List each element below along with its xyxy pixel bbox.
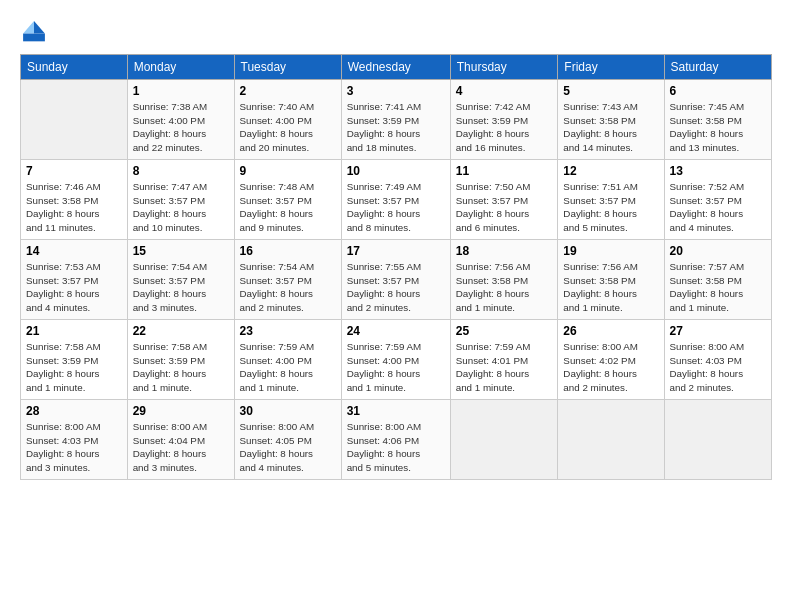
day-info: Sunrise: 7:41 AMSunset: 3:59 PMDaylight:… [347,100,445,155]
day-number: 6 [670,84,766,98]
day-info: Sunrise: 7:59 AMSunset: 4:01 PMDaylight:… [456,340,553,395]
svg-marker-0 [34,21,45,33]
calendar-cell: 1Sunrise: 7:38 AMSunset: 4:00 PMDaylight… [127,80,234,160]
day-number: 29 [133,404,229,418]
day-info: Sunrise: 7:51 AMSunset: 3:57 PMDaylight:… [563,180,658,235]
day-info: Sunrise: 7:46 AMSunset: 3:58 PMDaylight:… [26,180,122,235]
weekday-header-tuesday: Tuesday [234,55,341,80]
header [20,18,772,46]
calendar-week-row: 28Sunrise: 8:00 AMSunset: 4:03 PMDayligh… [21,400,772,480]
day-number: 7 [26,164,122,178]
day-number: 12 [563,164,658,178]
calendar-week-row: 7Sunrise: 7:46 AMSunset: 3:58 PMDaylight… [21,160,772,240]
calendar-header-row: SundayMondayTuesdayWednesdayThursdayFrid… [21,55,772,80]
day-number: 25 [456,324,553,338]
calendar-week-row: 14Sunrise: 7:53 AMSunset: 3:57 PMDayligh… [21,240,772,320]
calendar-cell: 12Sunrise: 7:51 AMSunset: 3:57 PMDayligh… [558,160,664,240]
calendar-cell: 17Sunrise: 7:55 AMSunset: 3:57 PMDayligh… [341,240,450,320]
day-number: 27 [670,324,766,338]
day-number: 26 [563,324,658,338]
calendar-cell: 2Sunrise: 7:40 AMSunset: 4:00 PMDaylight… [234,80,341,160]
calendar-cell [21,80,128,160]
calendar-cell: 9Sunrise: 7:48 AMSunset: 3:57 PMDaylight… [234,160,341,240]
calendar-cell: 30Sunrise: 8:00 AMSunset: 4:05 PMDayligh… [234,400,341,480]
day-info: Sunrise: 7:58 AMSunset: 3:59 PMDaylight:… [26,340,122,395]
day-info: Sunrise: 8:00 AMSunset: 4:05 PMDaylight:… [240,420,336,475]
day-number: 18 [456,244,553,258]
day-info: Sunrise: 7:48 AMSunset: 3:57 PMDaylight:… [240,180,336,235]
day-number: 13 [670,164,766,178]
day-number: 5 [563,84,658,98]
weekday-header-friday: Friday [558,55,664,80]
calendar-cell: 23Sunrise: 7:59 AMSunset: 4:00 PMDayligh… [234,320,341,400]
weekday-header-monday: Monday [127,55,234,80]
day-info: Sunrise: 8:00 AMSunset: 4:04 PMDaylight:… [133,420,229,475]
day-info: Sunrise: 7:58 AMSunset: 3:59 PMDaylight:… [133,340,229,395]
day-number: 28 [26,404,122,418]
day-number: 22 [133,324,229,338]
day-info: Sunrise: 7:45 AMSunset: 3:58 PMDaylight:… [670,100,766,155]
calendar-cell: 29Sunrise: 8:00 AMSunset: 4:04 PMDayligh… [127,400,234,480]
calendar-table: SundayMondayTuesdayWednesdayThursdayFrid… [20,54,772,480]
day-number: 8 [133,164,229,178]
calendar-cell: 22Sunrise: 7:58 AMSunset: 3:59 PMDayligh… [127,320,234,400]
calendar-cell: 28Sunrise: 8:00 AMSunset: 4:03 PMDayligh… [21,400,128,480]
day-info: Sunrise: 7:54 AMSunset: 3:57 PMDaylight:… [133,260,229,315]
calendar-week-row: 21Sunrise: 7:58 AMSunset: 3:59 PMDayligh… [21,320,772,400]
day-info: Sunrise: 8:00 AMSunset: 4:03 PMDaylight:… [670,340,766,395]
calendar-cell: 8Sunrise: 7:47 AMSunset: 3:57 PMDaylight… [127,160,234,240]
calendar-cell [664,400,771,480]
day-number: 19 [563,244,658,258]
generalblue-logo-icon [20,18,48,46]
day-number: 1 [133,84,229,98]
day-info: Sunrise: 7:52 AMSunset: 3:57 PMDaylight:… [670,180,766,235]
calendar-cell [450,400,558,480]
calendar-cell: 14Sunrise: 7:53 AMSunset: 3:57 PMDayligh… [21,240,128,320]
day-number: 30 [240,404,336,418]
calendar-cell: 7Sunrise: 7:46 AMSunset: 3:58 PMDaylight… [21,160,128,240]
calendar-cell: 3Sunrise: 7:41 AMSunset: 3:59 PMDaylight… [341,80,450,160]
svg-marker-1 [23,21,34,33]
calendar-cell: 15Sunrise: 7:54 AMSunset: 3:57 PMDayligh… [127,240,234,320]
calendar-cell: 21Sunrise: 7:58 AMSunset: 3:59 PMDayligh… [21,320,128,400]
day-number: 11 [456,164,553,178]
day-info: Sunrise: 7:47 AMSunset: 3:57 PMDaylight:… [133,180,229,235]
calendar-cell: 25Sunrise: 7:59 AMSunset: 4:01 PMDayligh… [450,320,558,400]
calendar-cell: 16Sunrise: 7:54 AMSunset: 3:57 PMDayligh… [234,240,341,320]
day-number: 2 [240,84,336,98]
day-number: 20 [670,244,766,258]
day-number: 10 [347,164,445,178]
day-info: Sunrise: 7:49 AMSunset: 3:57 PMDaylight:… [347,180,445,235]
day-info: Sunrise: 7:50 AMSunset: 3:57 PMDaylight:… [456,180,553,235]
calendar-week-row: 1Sunrise: 7:38 AMSunset: 4:00 PMDaylight… [21,80,772,160]
day-number: 15 [133,244,229,258]
day-info: Sunrise: 7:53 AMSunset: 3:57 PMDaylight:… [26,260,122,315]
day-number: 21 [26,324,122,338]
weekday-header-saturday: Saturday [664,55,771,80]
day-number: 23 [240,324,336,338]
weekday-header-wednesday: Wednesday [341,55,450,80]
day-info: Sunrise: 7:56 AMSunset: 3:58 PMDaylight:… [456,260,553,315]
day-info: Sunrise: 8:00 AMSunset: 4:02 PMDaylight:… [563,340,658,395]
day-info: Sunrise: 7:59 AMSunset: 4:00 PMDaylight:… [240,340,336,395]
calendar-cell: 24Sunrise: 7:59 AMSunset: 4:00 PMDayligh… [341,320,450,400]
calendar-cell: 11Sunrise: 7:50 AMSunset: 3:57 PMDayligh… [450,160,558,240]
day-number: 4 [456,84,553,98]
day-info: Sunrise: 7:38 AMSunset: 4:00 PMDaylight:… [133,100,229,155]
day-number: 16 [240,244,336,258]
day-number: 24 [347,324,445,338]
calendar-cell: 6Sunrise: 7:45 AMSunset: 3:58 PMDaylight… [664,80,771,160]
day-info: Sunrise: 8:00 AMSunset: 4:03 PMDaylight:… [26,420,122,475]
calendar-cell: 19Sunrise: 7:56 AMSunset: 3:58 PMDayligh… [558,240,664,320]
weekday-header-thursday: Thursday [450,55,558,80]
day-info: Sunrise: 7:56 AMSunset: 3:58 PMDaylight:… [563,260,658,315]
day-number: 3 [347,84,445,98]
day-number: 9 [240,164,336,178]
day-info: Sunrise: 8:00 AMSunset: 4:06 PMDaylight:… [347,420,445,475]
day-info: Sunrise: 7:57 AMSunset: 3:58 PMDaylight:… [670,260,766,315]
calendar-cell: 13Sunrise: 7:52 AMSunset: 3:57 PMDayligh… [664,160,771,240]
day-info: Sunrise: 7:40 AMSunset: 4:00 PMDaylight:… [240,100,336,155]
calendar-cell: 5Sunrise: 7:43 AMSunset: 3:58 PMDaylight… [558,80,664,160]
day-number: 17 [347,244,445,258]
calendar-cell: 27Sunrise: 8:00 AMSunset: 4:03 PMDayligh… [664,320,771,400]
